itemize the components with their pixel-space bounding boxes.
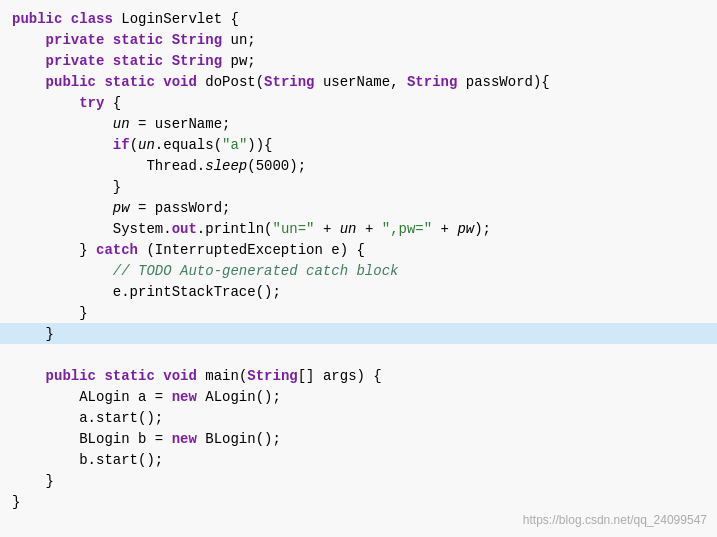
code-line: } — [0, 302, 717, 323]
code-line: } — [0, 491, 717, 512]
code-line: if(un.equals("a")){ — [0, 134, 717, 155]
code-container: public class LoginServlet { private stat… — [0, 0, 717, 537]
code-line — [0, 344, 717, 365]
code-line: try { — [0, 92, 717, 113]
code-line: } — [0, 470, 717, 491]
code-line-highlighted: } — [0, 323, 717, 344]
code-line: private static String pw; — [0, 50, 717, 71]
code-line: b.start(); — [0, 449, 717, 470]
code-line: } catch (InterruptedException e) { — [0, 239, 717, 260]
code-line: System.out.println("un=" + un + ",pw=" +… — [0, 218, 717, 239]
code-line: public class LoginServlet { — [0, 8, 717, 29]
code-line: ALogin a = new ALogin(); — [0, 386, 717, 407]
code-line: BLogin b = new BLogin(); — [0, 428, 717, 449]
code-line: } — [0, 176, 717, 197]
code-line: private static String un; — [0, 29, 717, 50]
code-line: e.printStackTrace(); — [0, 281, 717, 302]
watermark: https://blog.csdn.net/qq_24099547 — [523, 513, 707, 527]
code-line: un = userName; — [0, 113, 717, 134]
code-line: public static void doPost(String userNam… — [0, 71, 717, 92]
code-line: pw = passWord; — [0, 197, 717, 218]
code-line: a.start(); — [0, 407, 717, 428]
code-line: Thread.sleep(5000); — [0, 155, 717, 176]
code-line: public static void main(String[] args) { — [0, 365, 717, 386]
code-line: // TODO Auto-generated catch block — [0, 260, 717, 281]
